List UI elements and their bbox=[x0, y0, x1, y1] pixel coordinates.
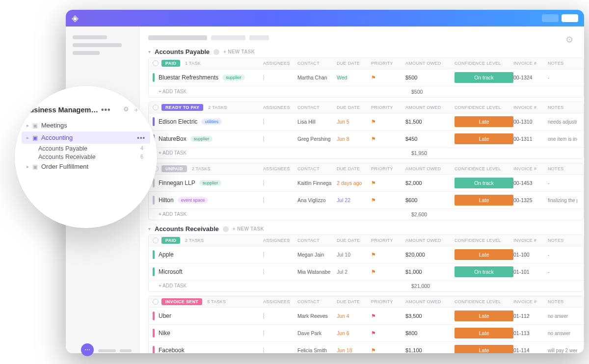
assignee-add-icon[interactable] bbox=[263, 268, 264, 275]
status-bar bbox=[153, 250, 155, 259]
sidebar-skeleton bbox=[73, 43, 122, 47]
collapse-icon[interactable]: ▾ bbox=[148, 49, 151, 54]
chat-bubble-icon[interactable]: ⋯ bbox=[81, 343, 94, 356]
priority-flag-icon[interactable]: ⚑ bbox=[371, 269, 405, 275]
collapse-icon[interactable]: ▾ bbox=[148, 226, 151, 232]
sidebar-item-accounting[interactable]: ▸ ▣ Accounting ••• bbox=[22, 131, 150, 144]
assignee-add-icon[interactable] bbox=[263, 197, 264, 204]
confidence-badge[interactable]: Late bbox=[455, 116, 513, 127]
add-task-row[interactable]: + ADD TASK $1,950 bbox=[149, 147, 584, 158]
main-header bbox=[148, 35, 584, 40]
task-row[interactable]: Finnegan LLP supplier Kaitlin Finnega 2 … bbox=[149, 174, 584, 191]
collapse-circle-icon[interactable] bbox=[153, 237, 159, 243]
amount-cell: $20,000 bbox=[405, 252, 455, 258]
assignee-add-icon[interactable] bbox=[263, 135, 264, 142]
add-task-row[interactable]: + ADD TASK $500 bbox=[149, 86, 584, 97]
priority-flag-icon[interactable]: ⚑ bbox=[371, 75, 405, 81]
task-row[interactable]: NatureBox supplier Greg Pershing Jun 8 ⚑… bbox=[149, 130, 584, 147]
confidence-badge[interactable]: Late bbox=[455, 345, 513, 353]
invoice-cell: 01-100 bbox=[513, 252, 548, 258]
task-row[interactable]: Apple Megan Jain Jul 10 ⚑ $20,000 Late 0… bbox=[149, 246, 584, 263]
sidebar-item-order-fulfillment[interactable]: ▸ ▣ Order Fulfillment bbox=[22, 160, 150, 173]
assignee-add-icon[interactable] bbox=[263, 330, 264, 337]
assignee-add-icon[interactable] bbox=[263, 251, 264, 258]
info-icon[interactable] bbox=[214, 49, 219, 55]
priority-flag-icon[interactable]: ⚑ bbox=[371, 347, 405, 354]
due-date-cell[interactable]: Jul 2 bbox=[337, 269, 371, 275]
settings-icon[interactable]: ⚙ bbox=[123, 105, 129, 114]
collapse-circle-icon[interactable] bbox=[153, 104, 159, 110]
collapse-circle-icon[interactable] bbox=[153, 60, 159, 66]
confidence-badge[interactable]: Late bbox=[455, 311, 513, 321]
due-date-cell[interactable]: Jun 4 bbox=[337, 313, 371, 319]
assignee-add-icon[interactable] bbox=[263, 312, 264, 319]
due-date-cell[interactable]: Jul 10 bbox=[337, 252, 371, 258]
due-date-cell[interactable]: Jul 22 bbox=[337, 197, 371, 203]
add-task-row[interactable]: + ADD TASK $2,600 bbox=[149, 208, 584, 220]
task-tag[interactable]: supplier bbox=[199, 180, 222, 186]
due-date-cell[interactable]: Jun 6 bbox=[337, 330, 371, 336]
due-date-cell[interactable]: 2 days ago bbox=[337, 180, 371, 186]
confidence-badge[interactable]: On track bbox=[455, 72, 513, 83]
task-tag[interactable]: supplier bbox=[190, 136, 213, 142]
due-date-cell[interactable]: Jun 18 bbox=[337, 347, 371, 353]
status-pill[interactable]: READY TO PAY bbox=[161, 104, 203, 111]
caret-icon: ▸ bbox=[27, 135, 29, 140]
confidence-badge[interactable]: Late bbox=[455, 328, 513, 338]
task-row[interactable]: Uber Mark Reeves Jun 4 ⚑ $3,500 Late 01-… bbox=[149, 307, 584, 324]
new-task-link[interactable]: + NEW TASK bbox=[223, 49, 255, 54]
info-icon[interactable] bbox=[223, 226, 229, 232]
task-row[interactable]: Edison Electric utilities Lisa Hill Jun … bbox=[149, 113, 584, 130]
confidence-badge[interactable]: Late bbox=[455, 133, 513, 144]
assignee-add-icon[interactable] bbox=[263, 180, 264, 186]
status-pill[interactable]: PAID bbox=[161, 60, 180, 67]
section-title: Accounts Receivable bbox=[155, 225, 219, 233]
priority-flag-icon[interactable]: ⚑ bbox=[371, 119, 405, 125]
sidebar-item-label: Order Fulfillment bbox=[41, 163, 88, 170]
confidence-badge[interactable]: Late bbox=[455, 195, 513, 206]
sidebar-subitem[interactable]: Accounts Receivable 6 bbox=[22, 154, 150, 160]
task-count: 2 TASKS bbox=[208, 105, 227, 110]
confidence-badge[interactable]: On track bbox=[455, 178, 513, 188]
status-bar bbox=[153, 346, 155, 353]
task-row[interactable]: Microsoft Mia Watanabe Jul 2 ⚑ $1,000 On… bbox=[149, 263, 584, 280]
more-icon[interactable]: ••• bbox=[137, 134, 145, 141]
titlebar-pill-2[interactable] bbox=[562, 14, 578, 22]
assignee-add-icon[interactable] bbox=[263, 74, 264, 81]
priority-flag-icon[interactable]: ⚑ bbox=[371, 180, 405, 186]
confidence-badge[interactable]: Late bbox=[455, 249, 513, 260]
task-row[interactable]: Bluestar Refreshments supplier Martha Ch… bbox=[149, 69, 584, 86]
assignee-add-icon[interactable] bbox=[263, 347, 264, 353]
priority-flag-icon[interactable]: ⚑ bbox=[371, 313, 405, 319]
titlebar-pill-1[interactable] bbox=[542, 14, 559, 22]
sidebar-subitem[interactable]: Accounts Payable 4 bbox=[22, 145, 150, 152]
due-date-cell[interactable]: Jun 8 bbox=[337, 136, 371, 142]
more-icon[interactable]: ••• bbox=[101, 105, 111, 114]
task-row[interactable]: Hilton event space Ana Viglizzo Jul 22 ⚑… bbox=[149, 191, 584, 208]
notes-cell: will pay 2 week bbox=[548, 348, 577, 353]
add-task-row[interactable]: + ADD TASK $21,000 bbox=[149, 280, 584, 291]
status-pill[interactable]: UNPAID bbox=[161, 165, 187, 172]
section: ▾ Accounts Receivable + NEW TASK PAID 2 … bbox=[148, 225, 584, 353]
assignee-add-icon[interactable] bbox=[263, 118, 264, 125]
task-tag[interactable]: event space bbox=[178, 197, 209, 203]
sidebar-item-meetings[interactable]: ▸ ▣ Meetings bbox=[22, 119, 150, 131]
task-row[interactable]: Nike Dave Park Jun 6 ⚑ $800 Late 01-113 … bbox=[149, 324, 584, 341]
task-row[interactable]: Facebook Felicia Smith Jun 18 ⚑ $1,100 L… bbox=[149, 341, 584, 353]
task-tag[interactable]: utilities bbox=[201, 119, 222, 125]
new-task-link[interactable]: + NEW TASK bbox=[233, 226, 264, 232]
priority-flag-icon[interactable]: ⚑ bbox=[371, 330, 405, 337]
collapse-circle-icon[interactable] bbox=[153, 299, 159, 305]
priority-flag-icon[interactable]: ⚑ bbox=[371, 197, 405, 204]
status-pill[interactable]: PAID bbox=[161, 237, 180, 244]
amount-cell: $2,000 bbox=[405, 180, 455, 186]
gear-icon[interactable]: ⚙ bbox=[565, 34, 573, 45]
task-tag[interactable]: supplier bbox=[222, 75, 245, 80]
notes-cell: - bbox=[548, 181, 577, 186]
priority-flag-icon[interactable]: ⚑ bbox=[371, 252, 405, 258]
confidence-badge[interactable]: On track bbox=[455, 266, 513, 277]
priority-flag-icon[interactable]: ⚑ bbox=[371, 136, 405, 142]
due-date-cell[interactable]: Wed bbox=[337, 75, 371, 80]
due-date-cell[interactable]: Jun 5 bbox=[337, 119, 371, 125]
status-pill[interactable]: INVOICE SENT bbox=[161, 298, 202, 305]
